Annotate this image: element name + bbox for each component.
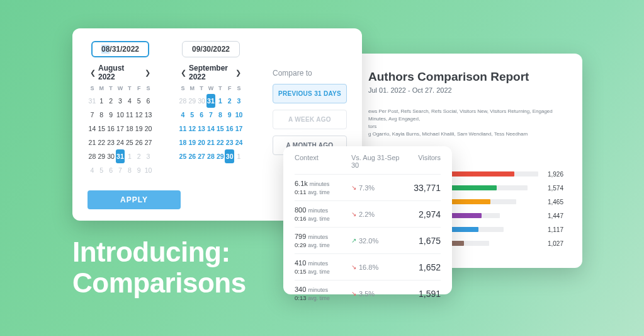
arrow-down-icon: ↘ [351, 184, 356, 191]
calendar-day[interactable]: 24 [116, 136, 125, 149]
apply-button[interactable]: APPLY [88, 190, 181, 209]
calendar-day[interactable]: 18 [178, 136, 188, 149]
calendar-day[interactable]: 5 [97, 163, 106, 177]
calendar-day[interactable]: 13 [144, 108, 153, 122]
calendar-day[interactable]: 3 [116, 94, 125, 108]
calendar-day[interactable]: 20 [197, 136, 206, 149]
calendar-day[interactable]: 13 [197, 122, 206, 136]
calendar-day[interactable]: 10 [234, 108, 244, 122]
calendar-day[interactable]: 12 [188, 122, 197, 136]
calendar-day[interactable]: 8 [97, 108, 106, 122]
calendar-day[interactable]: 29 [215, 149, 225, 163]
calendar-day[interactable]: 12 [134, 108, 144, 122]
metrics-context: 6.1k minutes0:11 avg. time [295, 179, 351, 196]
calendar-day[interactable]: 18 [125, 122, 134, 136]
metrics-row: 340 minutes0:13 avg. time↘3.5%1,591 [295, 280, 441, 306]
calendar-day[interactable]: 30 [197, 94, 206, 108]
calendar-day[interactable]: 23 [225, 136, 234, 149]
calendar-day[interactable]: 5 [134, 94, 144, 108]
end-date-input[interactable]: 09/30/2022 [182, 41, 240, 57]
calendar-day[interactable]: 29 [97, 149, 106, 163]
calendar-day[interactable]: 9 [106, 108, 116, 122]
chevron-right-icon[interactable]: ❯ [142, 67, 153, 78]
calendar-day[interactable]: 16 [106, 122, 116, 136]
arrow-down-icon: ↘ [351, 290, 356, 297]
calendar-day[interactable]: 1 [215, 94, 225, 108]
calendar-day[interactable]: 31 [206, 94, 216, 108]
calendar-day[interactable]: 7 [206, 108, 216, 122]
start-date-input[interactable]: 08/31/2022 [91, 41, 149, 57]
calendar-day[interactable]: 25 [125, 136, 134, 149]
calendar-day[interactable]: 27 [144, 136, 153, 149]
compare-option[interactable]: PREVIOUS 31 DAYS [273, 84, 347, 103]
chevron-right-icon[interactable]: ❯ [233, 67, 244, 78]
calendar-day[interactable]: 16 [225, 122, 234, 136]
author-value: 1,027 [538, 240, 563, 247]
calendar-day[interactable]: 1 [97, 94, 106, 108]
calendar-start: 08/31/2022 ❮ August 2022 ❯ SMTWTFS311234… [88, 41, 153, 177]
hero-headline: Introducing: Comparisons [72, 236, 246, 299]
calendar-day[interactable]: 8 [215, 108, 225, 122]
calendar-day[interactable]: 28 [178, 94, 188, 108]
calendar-day[interactable]: 17 [116, 122, 125, 136]
calendar-day[interactable]: 25 [178, 149, 188, 163]
author-value: 1,117 [538, 226, 563, 233]
calendar-day[interactable]: 9 [134, 163, 144, 177]
calendar-day[interactable]: 1 [125, 149, 134, 163]
calendar-day[interactable]: 3 [234, 94, 244, 108]
calendar-day[interactable]: 11 [125, 108, 134, 122]
metrics-context: 340 minutes0:13 avg. time [295, 285, 351, 302]
calendar-day[interactable]: 30 [106, 149, 116, 163]
report-date-range: Jul 01. 2022 - Oct 27. 2022 [368, 86, 563, 94]
calendar-day[interactable]: 14 [88, 122, 97, 136]
calendar-day[interactable]: 23 [106, 136, 116, 149]
calendar-day[interactable]: 2 [225, 94, 234, 108]
calendar-day[interactable]: 17 [234, 122, 244, 136]
chevron-left-icon[interactable]: ❮ [178, 67, 189, 78]
calendar-day[interactable]: 30 [225, 149, 234, 163]
calendar-day[interactable]: 11 [178, 122, 188, 136]
compare-option[interactable]: A WEEK AGO [273, 110, 347, 129]
calendar-day[interactable]: 6 [144, 94, 153, 108]
calendar-day[interactable]: 28 [206, 149, 216, 163]
calendar-day[interactable]: 31 [88, 94, 97, 108]
chevron-left-icon[interactable]: ❮ [88, 67, 98, 78]
calendar-end-grid[interactable]: SMTWTFS282930311234567891011121314151617… [178, 85, 244, 163]
calendar-day[interactable]: 27 [197, 149, 206, 163]
calendar-day[interactable]: 6 [197, 108, 206, 122]
calendar-day[interactable]: 21 [88, 136, 97, 149]
calendar-day[interactable]: 15 [215, 122, 225, 136]
calendar-day[interactable]: 4 [125, 94, 134, 108]
calendar-day[interactable]: 6 [106, 163, 116, 177]
metrics-header: Context Vs. Aug 31-Sep 30 Visitors [295, 154, 441, 169]
calendar-day[interactable]: 5 [188, 108, 197, 122]
calendar-day[interactable]: 9 [225, 108, 234, 122]
calendar-day[interactable]: 22 [97, 136, 106, 149]
calendar-day[interactable]: 19 [188, 136, 197, 149]
calendar-day[interactable]: 8 [125, 163, 134, 177]
calendar-day[interactable]: 29 [188, 94, 197, 108]
calendar-day[interactable]: 26 [134, 136, 144, 149]
calendar-day[interactable]: 3 [144, 149, 153, 163]
calendar-day[interactable]: 14 [206, 122, 216, 136]
calendar-day[interactable]: 28 [88, 149, 97, 163]
calendar-day[interactable]: 7 [88, 108, 97, 122]
calendar-day[interactable]: 22 [215, 136, 225, 149]
calendar-start-grid[interactable]: SMTWTFS311234567891011121314151617181920… [88, 85, 153, 177]
calendar-day[interactable]: 31 [116, 149, 125, 163]
calendar-day[interactable]: 10 [144, 163, 153, 177]
calendar-day[interactable]: 15 [97, 122, 106, 136]
calendar-day[interactable]: 7 [116, 163, 125, 177]
calendar-day[interactable]: 20 [144, 122, 153, 136]
calendar-day[interactable]: 26 [188, 149, 197, 163]
calendar-day[interactable]: 4 [88, 163, 97, 177]
calendar-day[interactable]: 4 [178, 108, 188, 122]
calendar-day[interactable]: 19 [134, 122, 144, 136]
calendar-day[interactable]: 10 [116, 108, 125, 122]
calendar-day[interactable]: 24 [234, 136, 244, 149]
calendar-day[interactable]: 21 [206, 136, 216, 149]
calendar-day[interactable]: 2 [106, 94, 116, 108]
calendar-day[interactable]: 1 [234, 149, 244, 163]
col-visitors: Visitors [406, 154, 441, 169]
calendar-day[interactable]: 2 [134, 149, 144, 163]
